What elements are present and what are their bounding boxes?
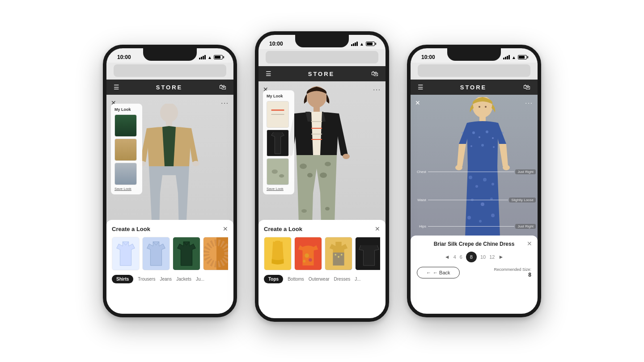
close-btn-3[interactable]: ✕ [415,99,420,106]
save-look-2[interactable]: Save Look [267,187,291,191]
shirt-item-4[interactable] [203,237,228,270]
svg-point-68 [462,132,463,134]
svg-point-64 [490,198,493,200]
battery-2 [366,42,375,46]
menu-btn-1[interactable]: ☰ [114,84,119,91]
outfit-thumb-pants[interactable] [114,139,137,161]
size-10[interactable]: 10 [480,254,486,260]
battery-3 [518,55,527,59]
tab-bottoms[interactable]: Bottoms [288,277,304,282]
tab-more-1[interactable]: Ju... [196,277,204,282]
panel-close-1[interactable]: ✕ [223,225,228,232]
panel-close-2[interactable]: ✕ [375,225,380,232]
svg-point-51 [472,131,475,134]
svg-point-38 [305,253,309,258]
signal-2 [351,42,358,46]
wifi-3: ▲ [512,55,516,60]
outfit-thumb-shirt[interactable] [114,114,137,137]
save-look-1[interactable]: Save Look [114,187,139,191]
top-item-2[interactable] [294,237,322,270]
back-arrow-3: ← [426,270,431,275]
size-selector-3: ◄ 4 6 8 10 12 ► [417,252,531,262]
back-btn-3[interactable]: ← ← Back [417,267,460,278]
signal-3 [503,55,510,59]
vol-up-3 [407,102,408,118]
top-item-1[interactable] [264,237,292,270]
svg-point-49 [485,106,487,108]
tab-jackets[interactable]: Jackets [176,277,191,282]
more-btn-1[interactable]: ··· [221,99,229,106]
tab-tops[interactable]: Tops [264,275,283,283]
outfit-thumb-pants-2[interactable] [267,158,289,185]
tab-shirts[interactable]: Shirts [112,275,133,283]
cart-btn-1[interactable]: 🛍 [219,83,226,91]
phone-3: 10:00 ▲ ☰ STORE 🛍 [407,45,541,317]
phone-2-screen: 10:00 ▲ ☰ STORE 🛍 [258,35,386,318]
time-2: 10:00 [269,41,283,47]
tab-jeans[interactable]: Jeans [160,277,172,282]
status-icons-2: ▲ [351,42,375,46]
vol-down-2 [255,109,256,124]
clothes-grid-2 [264,237,380,270]
svg-point-32 [272,169,278,174]
size-prev-3[interactable]: ◄ [445,254,450,260]
create-look-header-1: Create a Look ✕ [112,225,228,232]
my-look-title-1: My Look [114,107,139,112]
more-btn-3[interactable]: ··· [525,99,533,106]
search-area-3 [411,63,538,80]
cart-btn-3[interactable]: 🛍 [523,83,530,91]
waist-label: Waist [412,198,428,202]
search-area-1 [106,63,233,80]
size-8[interactable]: 8 [466,252,477,262]
svg-point-18 [307,173,313,177]
search-bar-3[interactable] [418,64,530,77]
create-look-header-2: Create a Look ✕ [264,225,380,232]
main-content-2: ✕ ··· [258,81,386,318]
svg-point-63 [481,202,484,206]
rec-label-3: Recommended Size: [494,267,531,272]
svg-point-40 [303,260,305,263]
menu-btn-3[interactable]: ☰ [418,84,424,91]
size-12[interactable]: 12 [489,254,495,260]
shirt-item-1[interactable] [112,237,140,270]
size-4[interactable]: 4 [453,254,456,260]
menu-btn-2[interactable]: ☰ [266,70,271,77]
svg-point-55 [470,145,472,147]
shirt-item-2[interactable] [142,237,170,270]
status-bar-1: 10:00 ▲ [106,48,233,63]
search-bar-1[interactable] [114,64,226,77]
silent-switch-2 [255,75,256,85]
svg-point-69 [502,132,504,134]
svg-point-3 [192,161,199,166]
svg-point-54 [492,137,494,139]
top-item-4[interactable] [355,237,380,270]
svg-point-22 [325,207,330,210]
svg-point-24 [343,154,350,159]
outfit-thumb-jeans[interactable] [114,163,137,185]
svg-point-59 [475,185,478,188]
outfit-thumb-jacket-2[interactable] [267,130,289,156]
tab-dresses[interactable]: Dresses [334,277,351,282]
main-content-1: ✕ ··· [106,95,233,314]
category-tabs-1: Shirts Trousers Jeans Jackets Ju... [112,275,228,283]
product-title-3: Briar Silk Crepe de Chine Dress [417,241,531,247]
phone-1: 10:00 ▲ ☰ STORE 🛍 [103,45,237,317]
tab-outerwear[interactable]: Outerwear [309,277,330,282]
size-6[interactable]: 6 [460,254,462,260]
shirt-item-3[interactable] [173,237,200,270]
phone-1-screen: 10:00 ▲ ☰ STORE 🛍 [106,48,233,314]
tab-more-2[interactable]: J... [355,277,360,282]
main-content-3: ✕ ··· [411,95,538,314]
tab-trousers[interactable]: Trousers [138,277,155,282]
app-header-2: ☰ STORE 🛍 [258,66,386,81]
store-title-1: STORE [156,84,183,91]
phone-2: 10:00 ▲ ☰ STORE 🛍 [255,31,389,322]
more-btn-2[interactable]: ··· [373,86,381,93]
size-next-3[interactable]: ► [498,254,504,260]
search-bar-2[interactable] [266,51,378,63]
top-item-3[interactable] [325,237,352,270]
category-tabs-2: Tops Bottoms Outerwear Dresses J... [264,275,380,283]
product-panel-close-3[interactable]: ✕ [527,240,532,247]
cart-btn-2[interactable]: 🛍 [371,70,378,78]
outfit-thumb-top-2[interactable] [267,101,289,128]
